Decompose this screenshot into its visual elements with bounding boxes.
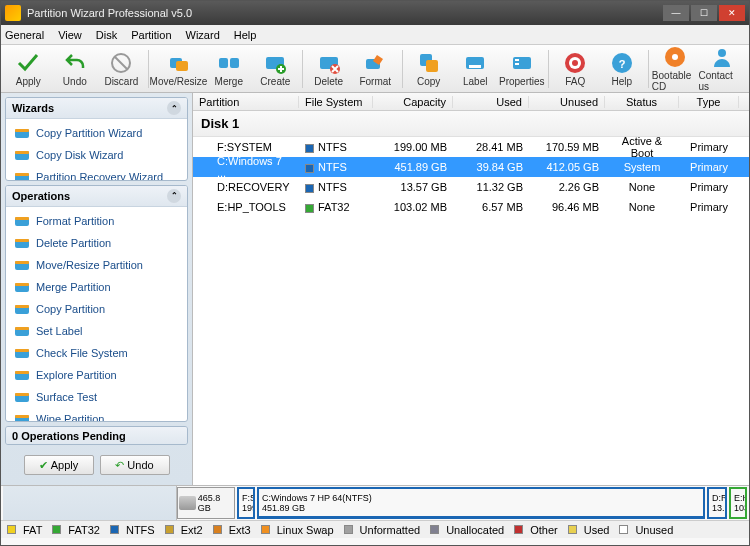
legend-linux-swap: Linux Swap xyxy=(261,524,334,536)
svg-rect-34 xyxy=(15,239,29,242)
close-button[interactable]: ✕ xyxy=(719,5,745,21)
toolbar-help[interactable]: ?Help xyxy=(598,47,645,91)
panel-header-pending[interactable]: 0 Operations Pending xyxy=(6,427,187,445)
menu-partition[interactable]: Partition xyxy=(131,29,171,41)
disk-segment[interactable]: F:S199 xyxy=(237,487,255,519)
partition-icon xyxy=(14,147,30,163)
column-used[interactable]: Used xyxy=(453,96,529,108)
legend-other: Other xyxy=(514,524,558,536)
menu-general[interactable]: General xyxy=(5,29,44,41)
svg-rect-13 xyxy=(469,65,481,68)
maximize-button[interactable]: ☐ xyxy=(691,5,717,21)
column-file-system[interactable]: File System xyxy=(299,96,373,108)
toolbar-label[interactable]: Label xyxy=(452,47,499,91)
partition-row[interactable]: C:Windows 7 ...NTFS451.89 GB39.84 GB412.… xyxy=(193,157,749,177)
menu-wizard[interactable]: Wizard xyxy=(186,29,220,41)
undo-button[interactable]: ↶Undo xyxy=(100,455,170,475)
partition-icon xyxy=(14,169,30,181)
op-explore-partition[interactable]: Explore Partition xyxy=(8,364,185,386)
disk-map: 465.8 GB F:S199C:Windows 7 HP 64(NTFS)45… xyxy=(177,487,747,519)
op-wipe-partition[interactable]: Wipe Partition xyxy=(8,408,185,423)
toolbar-properties[interactable]: Properties xyxy=(499,47,546,91)
partition-icon xyxy=(14,279,30,295)
partition-row[interactable]: E:HP_TOOLSFAT32103.02 MB6.57 MB96.46 MBN… xyxy=(193,197,749,217)
create-icon xyxy=(263,51,287,75)
toolbar-undo[interactable]: Undo xyxy=(52,47,99,91)
toolbar-discard[interactable]: Discard xyxy=(98,47,145,91)
op-copy-partition-wizard[interactable]: Copy Partition Wizard xyxy=(8,122,185,144)
disk-segment[interactable]: D:R13. xyxy=(707,487,727,519)
svg-rect-38 xyxy=(15,283,29,286)
svg-rect-46 xyxy=(15,371,29,374)
main-area: PartitionFile SystemCapacityUsedUnusedSt… xyxy=(193,93,749,485)
op-copy-partition[interactable]: Copy Partition xyxy=(8,298,185,320)
svg-rect-15 xyxy=(515,59,519,61)
help-icon: ? xyxy=(610,51,634,75)
titlebar: Partition Wizard Professional v5.0 — ☐ ✕ xyxy=(1,1,749,25)
panel-header-wizards[interactable]: Wizards ⌃ xyxy=(6,98,187,119)
check-icon xyxy=(16,51,40,75)
svg-point-24 xyxy=(718,49,726,57)
menu-view[interactable]: View xyxy=(58,29,82,41)
partition-row[interactable]: F:SYSTEMNTFS199.00 MB28.41 MB170.59 MBAc… xyxy=(193,137,749,157)
svg-rect-42 xyxy=(15,327,29,330)
toolbar-contact-us[interactable]: Contact us xyxy=(698,47,745,91)
column-status[interactable]: Status xyxy=(605,96,679,108)
faq-icon xyxy=(563,51,587,75)
op-surface-test[interactable]: Surface Test xyxy=(8,386,185,408)
svg-rect-28 xyxy=(15,151,29,154)
op-set-label[interactable]: Set Label xyxy=(8,320,185,342)
toolbar-delete[interactable]: Delete xyxy=(305,47,352,91)
disk-segment[interactable]: E:H103 xyxy=(729,487,747,519)
legend-ext3: Ext3 xyxy=(213,524,251,536)
menu-help[interactable]: Help xyxy=(234,29,257,41)
toolbar-format[interactable]: Format xyxy=(352,47,399,91)
partition-icon xyxy=(14,235,30,251)
partition-icon xyxy=(14,301,30,317)
menu-disk[interactable]: Disk xyxy=(96,29,117,41)
undo-icon: ↶ xyxy=(115,459,124,472)
op-merge-partition[interactable]: Merge Partition xyxy=(8,276,185,298)
svg-rect-50 xyxy=(15,415,29,418)
legend: FATFAT32NTFSExt2Ext3Linux SwapUnformatte… xyxy=(1,520,749,538)
toolbar: ApplyUndoDiscardMove/ResizeMergeCreateDe… xyxy=(1,45,749,93)
toolbar-create[interactable]: Create xyxy=(252,47,299,91)
svg-point-23 xyxy=(672,54,678,60)
toolbar-faq[interactable]: FAQ xyxy=(552,47,599,91)
op-partition-recovery-wizard[interactable]: Partition Recovery Wizard xyxy=(8,166,185,181)
column-capacity[interactable]: Capacity xyxy=(373,96,453,108)
cd-icon xyxy=(663,45,687,69)
toolbar-apply[interactable]: Apply xyxy=(5,47,52,91)
chevron-up-icon[interactable]: ⌃ xyxy=(167,189,181,203)
panel-header-operations[interactable]: Operations ⌃ xyxy=(6,186,187,207)
toolbar-move-resize[interactable]: Move/Resize xyxy=(152,47,206,91)
op-copy-disk-wizard[interactable]: Copy Disk Wizard xyxy=(8,144,185,166)
legend-unformatted: Unformatted xyxy=(344,524,421,536)
partition-row[interactable]: D:RECOVERYNTFS13.57 GB11.32 GB2.26 GBNon… xyxy=(193,177,749,197)
column-unused[interactable]: Unused xyxy=(529,96,605,108)
minimize-button[interactable]: — xyxy=(663,5,689,21)
op-check-file-system[interactable]: Check File System xyxy=(8,342,185,364)
column-type[interactable]: Type xyxy=(679,96,739,108)
merge-icon xyxy=(217,51,241,75)
toolbar-copy[interactable]: Copy xyxy=(405,47,452,91)
panel-pending: 0 Operations Pending xyxy=(5,426,188,445)
op-move-resize-partition[interactable]: Move/Resize Partition xyxy=(8,254,185,276)
column-headers: PartitionFile SystemCapacityUsedUnusedSt… xyxy=(193,93,749,111)
disk-segment[interactable]: C:Windows 7 HP 64(NTFS)451.89 GB xyxy=(257,487,705,519)
svg-rect-4 xyxy=(230,58,239,68)
toolbar-bootable-cd[interactable]: Bootable CD xyxy=(652,47,699,91)
apply-button[interactable]: ✔Apply xyxy=(24,455,94,475)
disk-info[interactable]: 465.8 GB xyxy=(177,487,235,519)
op-delete-partition[interactable]: Delete Partition xyxy=(8,232,185,254)
resize-icon xyxy=(167,51,191,75)
column-partition[interactable]: Partition xyxy=(193,96,299,108)
chevron-up-icon[interactable]: ⌃ xyxy=(167,101,181,115)
panel-operations: Operations ⌃ Format PartitionDelete Part… xyxy=(5,185,188,423)
disk-header[interactable]: Disk 1 xyxy=(193,111,749,137)
svg-rect-40 xyxy=(15,305,29,308)
toolbar-merge[interactable]: Merge xyxy=(206,47,253,91)
legend-ext2: Ext2 xyxy=(165,524,203,536)
op-format-partition[interactable]: Format Partition xyxy=(8,210,185,232)
disk-icon xyxy=(179,496,196,510)
